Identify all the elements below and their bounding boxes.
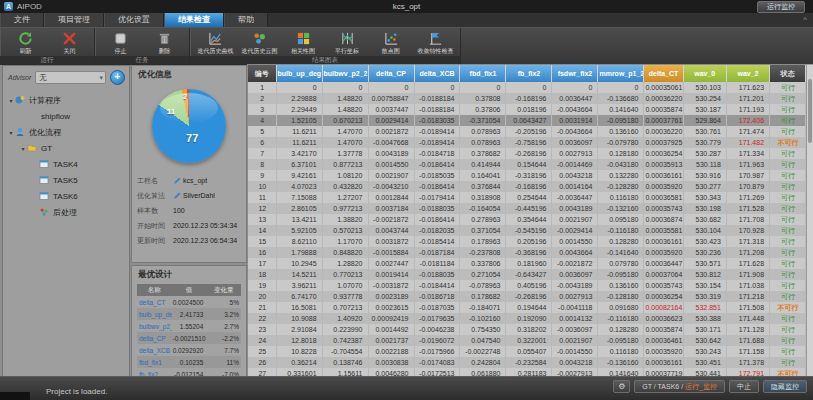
- table-row-17[interactable]: 1710.29451.288200.0027447-0.01811840.337…: [248, 258, 806, 269]
- table-row-23[interactable]: 232.910840.2239900.0014492-0.00462380.75…: [248, 324, 806, 335]
- flow-icon: [15, 127, 26, 137]
- table-scrollbar[interactable]: [806, 64, 813, 379]
- ribbon-button-散点图[interactable]: 散点图: [370, 29, 412, 58]
- table-row-14[interactable]: 145.921050.5702130.0043744-0.01820350.37…: [248, 225, 806, 236]
- best-cell: 3.2%: [206, 308, 241, 320]
- table-row-4[interactable]: 41.521050.6702130.0029414-0.0183035-0.37…: [248, 115, 806, 126]
- cell: -0.095180: [598, 115, 644, 126]
- cell: 0.278963: [460, 214, 506, 225]
- column-header-delta_XCB[interactable]: delta_XCB: [414, 65, 460, 82]
- ribbon-button-相关性图[interactable]: 相关性图: [282, 29, 324, 58]
- row-id: 6: [248, 137, 276, 148]
- table-row-1[interactable]: 1000000000.00035061530.103171.623可行: [248, 82, 806, 93]
- table-row-19[interactable]: 193.962111.07070-0.0031872-0.0184414-0.0…: [248, 280, 806, 291]
- cell: 0: [506, 82, 552, 93]
- tree-expand-icon[interactable]: ▾: [19, 145, 27, 152]
- tree-item-优化流程[interactable]: ▾优化流程: [3, 124, 129, 140]
- tree-expand-icon[interactable]: ▾: [7, 97, 15, 104]
- monitor-breadcrumb-button[interactable]: GT / TASK6 / 运行_监控: [634, 380, 725, 393]
- table-row-8[interactable]: 86.371010.8772130.0014550-0.01864140.414…: [248, 159, 806, 170]
- column-header-wav_2[interactable]: wav_2: [726, 65, 769, 82]
- ribbon-button-关闭[interactable]: 关闭: [48, 29, 90, 58]
- table-row-20[interactable]: 206.741700.9377780.0023189-0.01867180.17…: [248, 291, 806, 302]
- tree-item-shipflow[interactable]: shipflow: [3, 108, 129, 124]
- column-header-mmrow_p1_2[interactable]: mmrow_p1_2: [598, 65, 644, 82]
- column-header-编号[interactable]: 编号: [248, 65, 276, 82]
- table-row-26[interactable]: 260.362140.1387460.0030838-0.01740830.24…: [248, 357, 806, 368]
- cell: -0.0043664: [552, 126, 598, 137]
- tab-文件[interactable]: 文件: [0, 13, 44, 27]
- row-id: 14: [248, 225, 276, 236]
- cell: 0.0027447: [368, 258, 414, 269]
- table-row-24[interactable]: 2412.80180.7423870.0021737-0.01960720.04…: [248, 335, 806, 346]
- tree-item-TASK5[interactable]: TASK5: [3, 172, 129, 188]
- table-row-15[interactable]: 158.621101.170700.0031872-0.01854140.178…: [248, 236, 806, 247]
- ribbon-button-刷新[interactable]: 刷新: [4, 29, 46, 58]
- advisor-dropdown[interactable]: 无 ▾: [35, 71, 106, 84]
- best-row[interactable]: delta_CP-0.0021510-2.2%: [137, 332, 241, 344]
- cell: 0.0014492: [368, 324, 414, 335]
- edit-icon[interactable]: [173, 177, 181, 185]
- tree-item-TASK6[interactable]: TASK6: [3, 188, 129, 204]
- column-header-bulb_up_deg[interactable]: bulb_up_deg: [276, 65, 322, 82]
- gear-icon[interactable]: ⚙: [613, 380, 630, 393]
- best-row[interactable]: bulb_up_deg2.417333.2%: [137, 308, 241, 320]
- ribbon-button-label: 停止: [114, 47, 126, 55]
- column-header-delta_CP[interactable]: delta_CP: [368, 65, 414, 82]
- column-header-delta_CT[interactable]: delta_CT: [644, 65, 683, 82]
- best-row[interactable]: bulbwv_p2_21.552042.7%: [137, 320, 241, 332]
- ribbon-button-停止[interactable]: 停止: [99, 29, 141, 58]
- table-row-21[interactable]: 2116.50810.7072130.0023615-0.0187035-0.1…: [248, 302, 806, 313]
- tree-item-GT[interactable]: ▾GT: [3, 140, 129, 156]
- status-bar: Project is loaded. ⚙ GT / TASK6 / 运行_监控 …: [0, 376, 813, 400]
- run-monitor-button[interactable]: 运行监控: [757, 1, 805, 13]
- table-row-25[interactable]: 2510.8228-0.7045540.0022188-0.0175966-0.…: [248, 346, 806, 357]
- ribbon-button-迭代历史曲线[interactable]: 迭代历史曲线: [194, 29, 236, 58]
- hide-monitor-button[interactable]: 隐藏监控: [763, 380, 807, 393]
- tree-item-TASK4[interactable]: TASK4: [3, 156, 129, 172]
- table-row-11[interactable]: 117.150881.272070.0012844-0.01794140.318…: [248, 192, 806, 203]
- tree-item-后处理[interactable]: 后处理: [3, 204, 129, 220]
- cell: 0.848820: [322, 247, 368, 258]
- column-header-fbd_fix1[interactable]: fbd_fix1: [460, 65, 506, 82]
- table-row-6[interactable]: 611.62111.47070-0.0047668-0.01894140.078…: [248, 137, 806, 148]
- info-field-value: 2020.12.23 06:54:34: [173, 237, 237, 244]
- cell: -0.128180: [598, 291, 644, 302]
- tab-帮助[interactable]: 帮助: [224, 13, 268, 27]
- column-header-状态[interactable]: 状态: [770, 65, 806, 82]
- table-row-16[interactable]: 161.798880.848820-0.0015884-0.0187184-0.…: [248, 247, 806, 258]
- scrollbar-thumb[interactable]: [808, 79, 812, 143]
- ribbon-collapse-icon[interactable]: ^: [803, 15, 807, 24]
- ribbon-button-平行坐标[interactable]: 平行坐标: [326, 29, 368, 58]
- ribbon-button-迭代历史云图[interactable]: 迭代历史云图: [238, 29, 280, 58]
- column-header-bulbwv_p2_2[interactable]: bulbwv_p2_2: [322, 65, 368, 82]
- edit-icon[interactable]: [173, 192, 181, 200]
- table-row-22[interactable]: 2210.90881.409200.00092419-0.0179635-0.1…: [248, 313, 806, 324]
- best-row[interactable]: delta_CT0.00245005%: [137, 296, 241, 308]
- table-row-5[interactable]: 511.62111.470700.0021872-0.01894140.0789…: [248, 126, 806, 137]
- ribbon-button-收敛特性检查[interactable]: 收敛特性检查: [414, 29, 456, 58]
- tab-项目管理[interactable]: 项目管理: [44, 13, 104, 27]
- cell: 3.96211: [276, 280, 322, 291]
- abort-button[interactable]: 中止: [729, 380, 759, 393]
- table-row-3[interactable]: 32.294491.488200.0037447-0.01881840.3780…: [248, 104, 806, 115]
- tab-结果检查[interactable]: 结果检查: [164, 13, 224, 27]
- table-row-2[interactable]: 22.298881.488200.00758847-0.01881840.378…: [248, 93, 806, 104]
- best-row[interactable]: delta_XCB0.02929207.7%: [137, 344, 241, 356]
- best-row[interactable]: fbd_fix10.1023511%: [137, 356, 241, 368]
- table-row-13[interactable]: 1313.42111.38820-0.0021872-0.01864140.27…: [248, 214, 806, 225]
- tree-item-计算程序[interactable]: ▾计算程序: [3, 92, 129, 108]
- table-row-9[interactable]: 99.421611.081200.0021907-0.01850350.1640…: [248, 170, 806, 181]
- column-header-fb_fix2[interactable]: fb_fix2: [506, 65, 552, 82]
- add-button[interactable]: +: [110, 70, 125, 85]
- column-header-fsdwr_fix2[interactable]: fsdwr_fix2: [552, 65, 598, 82]
- tree-expand-icon[interactable]: ▾: [7, 129, 15, 136]
- table-row-7[interactable]: 73.421701.377780.0043189-0.01847180.3786…: [248, 148, 806, 159]
- ribbon-button-删除[interactable]: 删除: [143, 29, 185, 58]
- table-row-12[interactable]: 122.861050.9772130.0037184-0.0188035-0.1…: [248, 203, 806, 214]
- column-header-wav_0[interactable]: wav_0: [683, 65, 726, 82]
- table-row-10[interactable]: 104.070230.432820-0.0043210-0.01864140.3…: [248, 181, 806, 192]
- tab-优化设置[interactable]: 优化设置: [104, 13, 164, 27]
- best-col-值: 值: [172, 284, 207, 296]
- table-row-18[interactable]: 1814.52110.7702130.0019414-0.01880350.27…: [248, 269, 806, 280]
